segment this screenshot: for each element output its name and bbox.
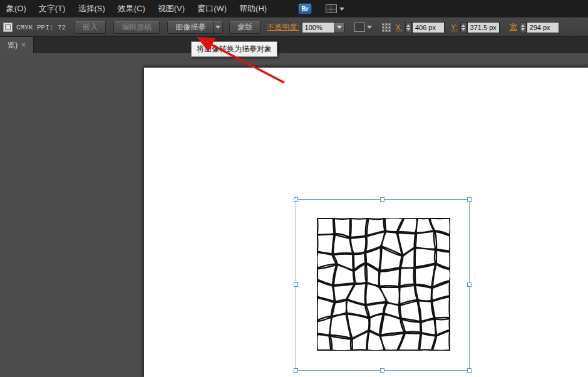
bridge-icon[interactable]: Br bbox=[298, 3, 312, 14]
selection-bounding-box[interactable] bbox=[296, 199, 470, 371]
opacity-value-field[interactable]: 100% bbox=[302, 22, 334, 33]
mask-button[interactable]: 蒙版 bbox=[229, 21, 260, 34]
menu-object[interactable]: 象(O) bbox=[0, 0, 33, 18]
opacity-combo[interactable]: 100% bbox=[302, 22, 344, 33]
chevron-down-icon bbox=[339, 8, 344, 11]
width-label: 宽 bbox=[510, 22, 517, 33]
x-label: X: bbox=[396, 23, 403, 32]
selection-handle-sw[interactable] bbox=[294, 368, 298, 373]
document-tab-title: 览) bbox=[8, 40, 18, 51]
document-tab[interactable]: 览) × bbox=[0, 37, 34, 53]
menu-effect[interactable]: 效果(C) bbox=[111, 0, 152, 18]
app-window: 象(O) 文字(T) 选择(S) 效果(C) 视图(V) 窗口(W) 帮助(H)… bbox=[0, 0, 588, 377]
canvas-pasteboard bbox=[0, 53, 588, 377]
document-tab-strip: 览) × bbox=[0, 37, 588, 53]
chevron-down-icon bbox=[215, 26, 220, 29]
linked-image-icon bbox=[3, 23, 13, 32]
selection-handle-ne[interactable] bbox=[467, 197, 472, 202]
placed-crackle-image[interactable] bbox=[317, 218, 450, 351]
edit-original-button[interactable]: 编辑原稿 bbox=[113, 21, 160, 34]
y-value-field[interactable]: 371.5 px bbox=[467, 22, 500, 33]
chevron-down-icon bbox=[337, 26, 342, 29]
image-trace-button[interactable]: 图像描摹 bbox=[167, 21, 214, 34]
style-icon bbox=[354, 23, 365, 32]
chevron-down-icon bbox=[367, 26, 372, 29]
menu-type[interactable]: 文字(T) bbox=[33, 0, 72, 18]
image-trace-tooltip: 将图像转换为描摹对象 bbox=[191, 41, 277, 57]
x-value-field[interactable]: 406 px bbox=[412, 22, 445, 33]
reference-point-locator[interactable] bbox=[382, 23, 391, 32]
style-dropdown[interactable] bbox=[354, 23, 372, 32]
width-stepper[interactable] bbox=[520, 22, 527, 33]
menu-window[interactable]: 窗口(W) bbox=[191, 0, 233, 18]
tab-close-icon[interactable]: × bbox=[21, 41, 26, 49]
selection-handle-n[interactable] bbox=[380, 197, 384, 202]
y-stepper[interactable] bbox=[460, 22, 467, 33]
menu-view[interactable]: 视图(V) bbox=[152, 0, 191, 18]
opacity-dropdown-arrow[interactable] bbox=[334, 22, 344, 33]
width-value-field[interactable]: 294 px bbox=[527, 22, 559, 33]
embed-button[interactable]: 嵌入 bbox=[75, 21, 106, 34]
opacity-label[interactable]: 不透明度: bbox=[267, 22, 299, 33]
selection-handle-nw[interactable] bbox=[294, 197, 298, 202]
menu-bar: 象(O) 文字(T) 选择(S) 效果(C) 视图(V) 窗口(W) 帮助(H)… bbox=[0, 0, 588, 18]
image-info-text: CMYK PPI: 72 bbox=[16, 24, 66, 31]
menu-help[interactable]: 帮助(H) bbox=[233, 0, 273, 18]
x-stepper[interactable] bbox=[405, 22, 412, 33]
crackle-pattern-svg bbox=[317, 218, 450, 351]
arrange-documents-icon bbox=[326, 4, 337, 13]
selection-handle-s[interactable] bbox=[380, 368, 384, 373]
selection-handle-se[interactable] bbox=[467, 368, 472, 373]
selection-handle-w[interactable] bbox=[294, 282, 298, 287]
menu-select[interactable]: 选择(S) bbox=[71, 0, 111, 18]
selection-handle-e[interactable] bbox=[467, 282, 472, 287]
y-label: Y: bbox=[451, 23, 458, 32]
control-bar: CMYK PPI: 72 嵌入 编辑原稿 图像描摹 蒙版 不透明度: 100% … bbox=[0, 18, 588, 37]
arrange-documents-dropdown[interactable] bbox=[326, 4, 344, 13]
image-trace-dropdown-arrow[interactable] bbox=[214, 21, 223, 34]
